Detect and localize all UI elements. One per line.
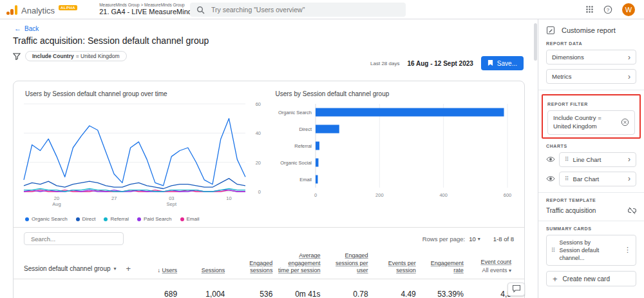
- total-sessions: 1,004100% of total: [180, 290, 227, 298]
- dimensions-item[interactable]: Dimensions ›: [546, 50, 636, 65]
- chevron-right-icon: ›: [628, 73, 630, 81]
- rows-per-page-label: Rows per page:: [422, 235, 466, 243]
- global-search[interactable]: [190, 3, 406, 17]
- top-app-bar: Analytics ALPHA MeasureMinds Group > Mea…: [0, 0, 644, 19]
- total-engaged-sessions-per-user: 0.78Avg 0%: [323, 290, 371, 298]
- scrollbar[interactable]: [534, 23, 537, 61]
- property-name: 21. GA4 - LIVE MeasureMind...: [99, 8, 198, 16]
- avatar[interactable]: W: [622, 3, 635, 16]
- line-chart-panel: Users by Session default channel group o…: [20, 86, 270, 215]
- table-search[interactable]: [24, 232, 124, 245]
- drag-handle-icon[interactable]: ⠿: [565, 175, 569, 182]
- table-header-row: Session default channel group ▾ + ↓ User…: [14, 250, 524, 279]
- column-header-engaged-sessions[interactable]: Engaged sessions: [227, 260, 275, 275]
- alpha-badge: ALPHA: [59, 5, 77, 10]
- sort-desc-icon: ↓: [158, 267, 161, 273]
- report-filter-item[interactable]: Include Country = United Kingdom: [547, 110, 635, 135]
- legend-item[interactable]: Direct: [76, 216, 96, 222]
- panel-title: Customise report: [562, 26, 616, 34]
- svg-text:40: 40: [256, 130, 261, 136]
- total-engaged-sessions: 536100% of total: [227, 290, 275, 298]
- report-main-area: ← Back Traffic acquisition: Session defa…: [0, 19, 538, 298]
- svg-text:20: 20: [256, 160, 261, 166]
- legend-dot: [137, 217, 141, 221]
- line-chart[interactable]: 020406020Aug2703Sept10: [20, 99, 263, 212]
- remove-filter-icon[interactable]: [621, 118, 629, 126]
- svg-text:Aug: Aug: [52, 201, 61, 207]
- date-preset-label: Last 28 days: [370, 61, 399, 66]
- total-events-per-session: 4.49Avg 0%: [371, 290, 419, 298]
- bar-chart-title: Users by Session default channel group: [276, 90, 521, 97]
- more-options-icon[interactable]: ⋮: [624, 246, 631, 254]
- column-header-engagement-rate[interactable]: Engagement rate: [419, 260, 466, 275]
- page-title: Traffic acquisition: Session default cha…: [13, 35, 538, 46]
- svg-text:Organic Social: Organic Social: [280, 160, 312, 166]
- svg-text:03: 03: [169, 195, 174, 201]
- event-type-selector[interactable]: All events ▾: [469, 267, 511, 275]
- apps-grid-icon[interactable]: [585, 5, 594, 14]
- legend-dot: [180, 217, 184, 221]
- drag-handle-icon[interactable]: ⠿: [551, 247, 556, 253]
- bar-chart-panel: Users by Session default channel group 0…: [270, 86, 521, 215]
- charts-section-label: Charts: [546, 144, 636, 148]
- report-template-section-label: Report template: [546, 198, 636, 203]
- svg-text:?: ?: [607, 7, 610, 13]
- app-name: Analytics: [21, 6, 55, 15]
- total-avg-engagement-time: 0m 41sAvg 0%: [275, 290, 323, 298]
- date-range-picker[interactable]: 16 Aug - 12 Sept 2023: [407, 60, 473, 67]
- line-chart-item[interactable]: ⠿ Line Chart ›: [559, 152, 636, 167]
- add-dimension-button[interactable]: +: [126, 264, 131, 273]
- svg-text:0: 0: [258, 189, 261, 195]
- total-engagement-rate: 53.39%Avg 0%: [419, 290, 466, 298]
- create-new-card-button[interactable]: + Create new card: [546, 271, 636, 286]
- table-totals-row: 689100% of total 1,004100% of total 5361…: [14, 279, 524, 298]
- report-template-item: Traffic acquisition: [546, 206, 636, 215]
- column-header-events-per-session[interactable]: Events per session: [371, 260, 419, 275]
- chevron-right-icon: ›: [628, 175, 630, 183]
- back-arrow-icon: ←: [14, 25, 21, 32]
- filter-chip[interactable]: Include Country = United Kingdom: [25, 51, 127, 61]
- analytics-logo[interactable]: Analytics ALPHA: [6, 4, 77, 15]
- search-input[interactable]: [210, 5, 399, 14]
- legend-item[interactable]: Email: [180, 216, 200, 222]
- bar-chart-item[interactable]: ⠿ Bar Chart ›: [559, 172, 636, 186]
- back-link[interactable]: ← Back: [14, 25, 39, 32]
- visibility-eye-icon[interactable]: [546, 175, 555, 182]
- line-chart-title: Users by Session default channel group o…: [25, 90, 270, 97]
- save-button[interactable]: Save...: [481, 56, 524, 70]
- feedback-button[interactable]: [507, 283, 525, 296]
- svg-text:Direct: Direct: [299, 126, 312, 132]
- drag-handle-icon[interactable]: ⠿: [565, 156, 569, 163]
- bar-chart[interactable]: 0200400600Organic SearchDirectReferralOr…: [270, 99, 514, 212]
- chat-bubble-icon: [512, 284, 521, 295]
- edit-report-icon: [546, 26, 555, 35]
- chevron-down-icon: ▾: [509, 268, 511, 273]
- pagination-info: 1-8 of 8: [493, 235, 514, 243]
- legend-item[interactable]: Organic Search: [25, 216, 68, 222]
- column-header-event-count[interactable]: Event count All events ▾: [466, 259, 514, 275]
- plus-icon: +: [553, 274, 558, 284]
- rows-per-page-select[interactable]: 10 ▾: [469, 235, 480, 243]
- legend-dot: [76, 217, 80, 221]
- column-header-users[interactable]: ↓ Users: [132, 267, 180, 275]
- report-filter-highlight: Report filter Include Country = United K…: [542, 94, 641, 139]
- svg-text:27: 27: [111, 195, 117, 201]
- svg-text:0: 0: [314, 192, 316, 198]
- summary-card-item[interactable]: ⠿ Sessions by Session default channel...…: [546, 235, 636, 266]
- column-header-avg-engagement-time[interactable]: Average engagement time per session: [275, 252, 323, 275]
- column-header-sessions[interactable]: Sessions: [180, 267, 227, 275]
- column-header-engaged-sessions-per-user[interactable]: Engaged sessions per user: [323, 252, 371, 275]
- legend-item[interactable]: Referral: [104, 216, 128, 222]
- unlink-icon[interactable]: [628, 206, 636, 215]
- help-icon[interactable]: ?: [603, 5, 612, 14]
- dimension-column-header[interactable]: Session default channel group ▾ +: [24, 264, 132, 275]
- chevron-right-icon: ›: [628, 54, 630, 61]
- report-filter-section-label: Report filter: [547, 102, 635, 106]
- metrics-item[interactable]: Metrics ›: [546, 69, 636, 84]
- table-search-input[interactable]: [30, 235, 118, 243]
- svg-text:Email: Email: [299, 177, 312, 183]
- legend-item[interactable]: Paid Search: [137, 216, 172, 222]
- visibility-eye-icon[interactable]: [546, 156, 555, 163]
- chart-legend: Organic SearchDirectReferralPaid SearchE…: [14, 215, 524, 227]
- filter-funnel-icon[interactable]: [13, 53, 21, 60]
